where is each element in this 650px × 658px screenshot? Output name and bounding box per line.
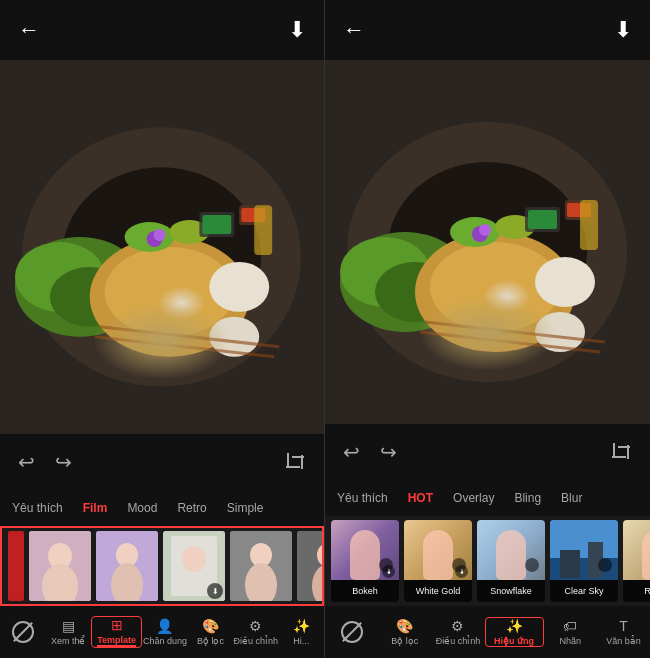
- right-nhan-label: Nhãn: [560, 636, 582, 646]
- tab-simple[interactable]: Simple: [223, 499, 268, 517]
- dieu-chinh-label: Điều chỉnh: [234, 636, 279, 646]
- right-back-button[interactable]: ←: [343, 17, 365, 43]
- effect-thumb-clearsky[interactable]: Clear Sky: [550, 520, 618, 602]
- svg-rect-68: [588, 542, 603, 578]
- tab-film[interactable]: Film: [79, 499, 112, 517]
- clearsky-label: Clear Sky: [550, 580, 618, 602]
- left-nav-chan-dung[interactable]: 👤 Chân dung: [142, 618, 187, 646]
- right-nav-no-filter[interactable]: [325, 621, 378, 643]
- right-tab-yeu-thich[interactable]: Yêu thích: [333, 489, 392, 507]
- right-crop-button[interactable]: [610, 441, 632, 463]
- thumb-4[interactable]: [230, 531, 292, 601]
- clearsky-thumb-inner: [550, 520, 618, 580]
- right-nav-dieu-chinh[interactable]: ⚙ Điều chỉnh: [431, 618, 484, 646]
- right-redo-button[interactable]: ↪: [380, 440, 397, 464]
- right-food-svg: [325, 60, 650, 424]
- radial-label: Radial: [623, 580, 650, 602]
- svg-point-49: [495, 215, 535, 239]
- svg-line-19: [100, 327, 279, 347]
- bokeh-person: [350, 530, 380, 580]
- svg-rect-54: [525, 207, 560, 232]
- left-photo-area: [0, 60, 324, 434]
- bokeh-download: ⬇: [382, 565, 395, 578]
- right-nhan-icon: 🏷: [563, 618, 577, 634]
- effect-thumb-snowflake[interactable]: Snowflake: [477, 520, 545, 602]
- right-back-icon: ←: [343, 17, 365, 43]
- right-tab-blur[interactable]: Blur: [557, 489, 586, 507]
- chan-dung-label: Chân dung: [143, 636, 187, 646]
- bo-loc-label: Bộ lọc: [197, 636, 224, 646]
- svg-point-13: [209, 317, 259, 357]
- food-svg: [0, 60, 324, 434]
- svg-point-42: [387, 162, 587, 342]
- back-icon: ←: [18, 17, 40, 43]
- svg-point-5: [50, 267, 130, 327]
- right-bo-loc-label: Bộ lọc: [391, 636, 418, 646]
- effect-thumb-radial[interactable]: ⬇ Radial: [623, 520, 650, 602]
- left-nav-xem-the[interactable]: ▤ Xem thể: [45, 618, 90, 646]
- right-tab-overlay[interactable]: Overlay: [449, 489, 498, 507]
- right-nav-nhan[interactable]: 🏷 Nhãn: [544, 618, 597, 646]
- right-download-button[interactable]: ⬇: [614, 17, 632, 43]
- crop-icon-svg: [284, 451, 306, 473]
- right-nav-hieu-ung[interactable]: ✨ Hiệu ứng: [485, 617, 544, 647]
- svg-point-47: [430, 242, 560, 332]
- svg-point-7: [105, 247, 235, 337]
- left-thumbnails-row: ⬇ ⬇: [0, 526, 324, 606]
- thumb-5[interactable]: ⬇: [297, 531, 324, 601]
- left-top-bar: ← ⬇: [0, 0, 324, 60]
- thumb-4-svg: [230, 531, 292, 601]
- svg-point-8: [125, 222, 175, 252]
- whitegold-person: [423, 530, 453, 580]
- svg-point-2: [62, 167, 261, 346]
- right-nav-van-ban[interactable]: T Văn bản: [597, 618, 650, 646]
- left-nav-no-filter[interactable]: [0, 621, 45, 643]
- left-crop-button[interactable]: [284, 451, 306, 473]
- thumb-2-inner: [96, 531, 158, 601]
- right-tab-bling[interactable]: Bling: [510, 489, 545, 507]
- left-back-button[interactable]: ←: [18, 17, 40, 43]
- right-van-ban-label: Văn bản: [606, 636, 641, 646]
- hi-icon: ✨: [293, 618, 310, 634]
- svg-line-60: [420, 332, 600, 352]
- left-download-button[interactable]: ⬇: [288, 17, 306, 43]
- svg-rect-67: [560, 550, 580, 578]
- left-undo-button[interactable]: ↩: [18, 450, 35, 474]
- svg-line-59: [425, 322, 605, 342]
- svg-rect-56: [528, 210, 557, 229]
- left-nav-template[interactable]: ⊞ Template: [91, 616, 142, 648]
- template-icon: ⊞: [111, 617, 123, 633]
- svg-point-12: [209, 262, 269, 312]
- radial-person: [642, 530, 650, 580]
- right-undo-button[interactable]: ↩: [343, 440, 360, 464]
- left-nav-hi[interactable]: ✨ Hi...: [279, 618, 324, 646]
- svg-point-50: [472, 226, 488, 242]
- svg-point-45: [375, 262, 455, 322]
- left-nav-bo-loc[interactable]: 🎨 Bộ lọc: [188, 618, 233, 646]
- effect-thumb-whitegold[interactable]: ⬇ White Gold: [404, 520, 472, 602]
- left-redo-button[interactable]: ↪: [55, 450, 72, 474]
- whitegold-label: White Gold: [404, 580, 472, 602]
- thumb-3[interactable]: ⬇: [163, 531, 225, 601]
- svg-point-33: [182, 546, 206, 572]
- thumb-2[interactable]: [96, 531, 158, 601]
- right-photo-area: [325, 60, 650, 424]
- chan-dung-icon: 👤: [156, 618, 173, 634]
- left-nav-dieu-chinh[interactable]: ⚙ Điều chỉnh: [233, 618, 278, 646]
- right-hieu-ung-icon: ✨: [506, 618, 523, 634]
- tab-retro[interactable]: Retro: [173, 499, 210, 517]
- right-food-photo: [325, 60, 650, 424]
- thumb-2-svg: [96, 531, 158, 601]
- bo-loc-icon: 🎨: [202, 618, 219, 634]
- right-nav-bo-loc[interactable]: 🎨 Bộ lọc: [378, 618, 431, 646]
- left-food-photo: [0, 60, 324, 434]
- tab-mood[interactable]: Mood: [123, 499, 161, 517]
- right-dieu-chinh-label: Điều chỉnh: [436, 636, 481, 646]
- tab-yeu-thich[interactable]: Yêu thích: [8, 499, 67, 517]
- effect-thumb-bokeh[interactable]: ⬇ Bokeh: [331, 520, 399, 602]
- thumb-1[interactable]: [29, 531, 91, 601]
- svg-point-51: [479, 224, 491, 236]
- svg-rect-58: [580, 200, 598, 250]
- right-tab-hot[interactable]: HOT: [404, 489, 437, 507]
- thumb-3-badge: ⬇: [207, 583, 223, 599]
